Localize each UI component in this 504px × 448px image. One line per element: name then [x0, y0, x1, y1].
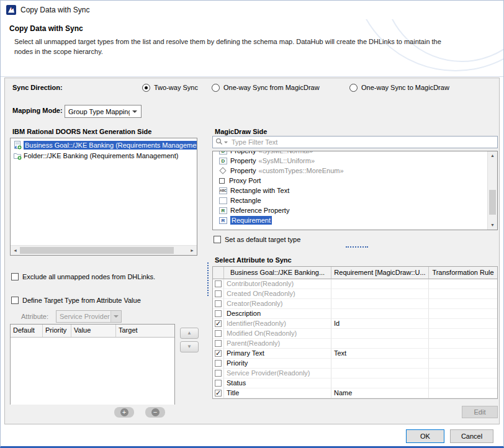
type-label: Property [230, 157, 256, 164]
set-default-target-checkbox[interactable] [214, 236, 221, 243]
sync-row-checkbox[interactable] [215, 360, 222, 367]
type-list-item[interactable]: Property«SysML::Normal» [213, 151, 487, 156]
set-default-target-label: Set as default target type [225, 236, 300, 243]
tree-item-label: Folder::/JKE Banking (Requirements Manag… [24, 152, 178, 159]
sync-target-value [331, 289, 429, 299]
define-target-type-row[interactable]: Define Target Type from Attribute Value [11, 295, 141, 305]
sync-transformation-rule [429, 289, 497, 299]
remove-row-button[interactable]: − [145, 407, 165, 418]
type-list-item[interactable]: Proxy Port [213, 176, 487, 186]
sync-row-checkbox-cell[interactable] [213, 279, 224, 289]
two-way-sync-option[interactable]: Two-way Sync [142, 83, 198, 92]
sync-target-value [331, 339, 429, 349]
type-list-item[interactable]: Rectangle with Text [213, 186, 487, 195]
add-row-button[interactable]: + [114, 407, 134, 418]
sync-row-checkbox[interactable] [215, 340, 222, 347]
vertical-scrollbar-thumb[interactable] [489, 190, 496, 215]
horizontal-scrollbar-thumb[interactable] [20, 247, 174, 254]
mapping-mode-label: Mapping Mode: [12, 107, 63, 114]
dialog-header: Copy Data with Sync Select all unmapped … [1, 19, 503, 77]
sync-row-checkbox[interactable] [215, 390, 222, 396]
sync-row-checkbox[interactable] [215, 370, 222, 377]
edit-button[interactable]: Edit [462, 406, 498, 418]
scroll-up-arrow-icon[interactable]: ▲ [488, 151, 497, 160]
sync-row-checkbox-cell[interactable] [213, 388, 224, 398]
sync-transformation-rule [429, 299, 497, 309]
type-list-item[interactable]: Property«SysML::Uniform» [213, 156, 487, 166]
tree-item-label: Business Goal::/JKE Banking (Requirement… [24, 141, 197, 150]
tree-item[interactable]: Folder::/JKE Banking (Requirements Manag… [11, 150, 197, 161]
cancel-button[interactable]: Cancel [450, 429, 493, 443]
horizontal-splitter-handle[interactable] [346, 246, 368, 248]
doors-tree-box: Business Goal::/JKE Banking (Requirement… [10, 138, 197, 256]
header-description-line2: nodes in the scope hierarchy. [14, 48, 103, 55]
sync-row-checkbox[interactable] [215, 290, 222, 297]
type-filter-input[interactable]: Type Filter Text [212, 136, 498, 148]
one-way-to-magicdraw-radio[interactable] [349, 84, 358, 92]
scroll-left-arrow-icon[interactable]: ◄ [11, 246, 20, 255]
sync-row-checkbox-cell[interactable] [213, 339, 224, 349]
move-down-button[interactable]: ▼ [180, 341, 199, 352]
one-way-from-magicdraw-option[interactable]: One-way Sync from MagicDraw [212, 83, 320, 92]
exclude-unmapped-checkbox[interactable] [11, 273, 19, 280]
sync-row-checkbox-cell[interactable] [213, 349, 224, 359]
sync-row-checkbox-cell[interactable] [213, 369, 224, 379]
vertical-scrollbar[interactable]: ▲ ▼ [487, 151, 497, 230]
sync-row-checkbox-cell[interactable] [213, 289, 224, 299]
sync-row-checkbox[interactable] [215, 320, 222, 327]
ok-button[interactable]: OK [406, 429, 444, 443]
radio-label: One-way Sync to MagicDraw [361, 84, 449, 91]
two-way-sync-radio[interactable] [142, 84, 150, 92]
sync-attribute-name: Identifier(Readonly) [224, 319, 331, 329]
sync-row-checkbox[interactable] [215, 380, 222, 387]
sync-row-checkbox-cell[interactable] [213, 309, 224, 319]
scroll-down-arrow-icon[interactable]: ▼ [488, 221, 497, 230]
mapping-mode-select[interactable]: Group Type Mapping [65, 105, 142, 118]
one-way-to-magicdraw-option[interactable]: One-way Sync to MagicDraw [349, 83, 449, 92]
select-attribute-title: Select Attribute to Sync [215, 256, 292, 264]
filter-options-chevron-icon[interactable] [224, 141, 228, 143]
sync-attribute-name: Service Provider(Readonly) [224, 369, 331, 379]
sync-row-checkbox[interactable] [215, 280, 222, 287]
sync-table-column-header: Requirement [MagicDraw::U... [331, 267, 429, 279]
type-list-item[interactable]: Rectangle [213, 195, 487, 205]
move-up-button[interactable]: ▲ [180, 328, 199, 339]
chevron-down-icon [114, 315, 119, 318]
define-target-type-checkbox[interactable] [11, 297, 19, 304]
sync-row-checkbox[interactable] [215, 310, 222, 317]
sync-row-checkbox-cell[interactable] [213, 329, 224, 339]
sync-row-checkbox[interactable] [215, 350, 222, 357]
sync-target-value: Name [331, 388, 429, 398]
attribute-sync-table: Business Goal::/JKE Banking...Requiremen… [212, 266, 498, 399]
search-icon [215, 137, 223, 148]
exclude-unmapped-row[interactable]: Exclude all unmapped nodes from DHLinks. [11, 272, 155, 281]
sync-row-checkbox[interactable] [215, 300, 222, 307]
sync-row-checkbox-cell[interactable] [213, 379, 224, 388]
value-map-column-header: Priority [43, 325, 71, 337]
sync-transformation-rule [429, 359, 497, 369]
sync-row-checkbox[interactable] [215, 330, 222, 337]
tree-item[interactable]: Business Goal::/JKE Banking (Requirement… [11, 140, 197, 150]
sync-row-checkbox-cell[interactable] [213, 359, 224, 369]
sync-attribute-name: Primary Text [224, 349, 331, 359]
horizontal-scrollbar[interactable]: ◄ ► [11, 245, 197, 255]
one-way-from-magicdraw-radio[interactable] [212, 84, 220, 92]
vertical-splitter-handle[interactable] [207, 262, 209, 296]
sync-folder-icon [13, 151, 22, 160]
type-list-item[interactable]: Reference Property [213, 205, 487, 215]
type-list-item[interactable]: Requirement [213, 215, 487, 225]
value-map-table-body[interactable] [11, 338, 174, 405]
type-label: Rectangle [230, 197, 261, 204]
set-default-target-row[interactable]: Set as default target type [214, 235, 300, 244]
type-list-item[interactable]: Property«customTypes::MoreEnum» [213, 166, 487, 176]
type-label: Proxy Port [229, 177, 261, 184]
scroll-right-arrow-icon[interactable]: ► [187, 246, 197, 255]
header-title: Copy Data with Sync [9, 24, 83, 33]
sync-row-checkbox-cell[interactable] [213, 319, 224, 329]
sync-row-checkbox-cell[interactable] [213, 299, 224, 309]
magicdraw-side-title: MagicDraw Side [215, 128, 267, 135]
type-label: Reference Property [230, 207, 289, 214]
type-stereotype: «SysML::Uniform» [259, 157, 315, 164]
sync-direction-label: Sync Direction: [12, 84, 63, 91]
sync-attribute-name: Parent(Readonly) [224, 339, 331, 349]
